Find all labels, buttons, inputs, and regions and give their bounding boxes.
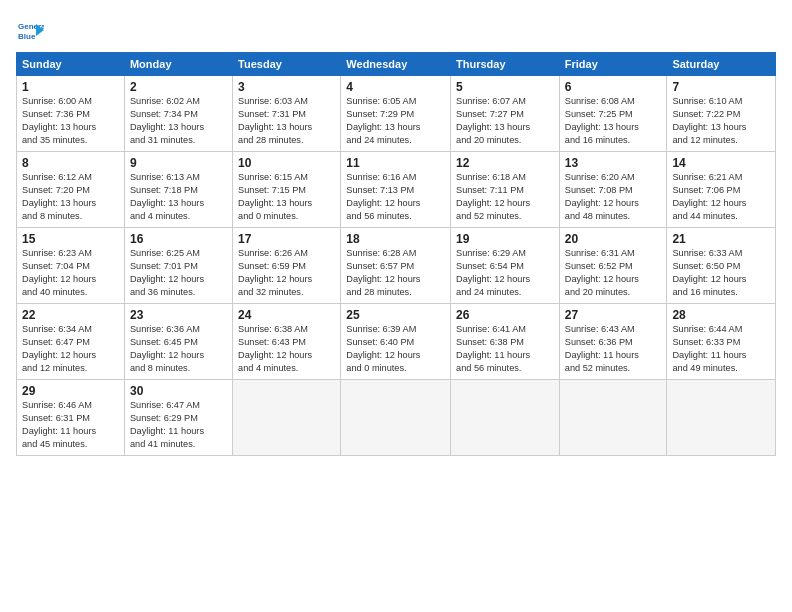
calendar-day-cell: 21Sunrise: 6:33 AM Sunset: 6:50 PM Dayli… (667, 228, 776, 304)
day-info: Sunrise: 6:10 AM Sunset: 7:22 PM Dayligh… (672, 95, 770, 147)
calendar-table: SundayMondayTuesdayWednesdayThursdayFrid… (16, 52, 776, 456)
calendar-day-cell: 26Sunrise: 6:41 AM Sunset: 6:38 PM Dayli… (451, 304, 560, 380)
day-info: Sunrise: 6:41 AM Sunset: 6:38 PM Dayligh… (456, 323, 554, 375)
day-number: 10 (238, 156, 335, 170)
day-number: 20 (565, 232, 662, 246)
day-number: 17 (238, 232, 335, 246)
day-number: 1 (22, 80, 119, 94)
calendar-empty-cell (233, 380, 341, 456)
calendar-week-row: 29Sunrise: 6:46 AM Sunset: 6:31 PM Dayli… (17, 380, 776, 456)
calendar-day-cell: 12Sunrise: 6:18 AM Sunset: 7:11 PM Dayli… (451, 152, 560, 228)
day-info: Sunrise: 6:46 AM Sunset: 6:31 PM Dayligh… (22, 399, 119, 451)
day-number: 22 (22, 308, 119, 322)
day-number: 8 (22, 156, 119, 170)
day-number: 23 (130, 308, 227, 322)
calendar-empty-cell (451, 380, 560, 456)
day-info: Sunrise: 6:05 AM Sunset: 7:29 PM Dayligh… (346, 95, 445, 147)
day-number: 2 (130, 80, 227, 94)
calendar-day-cell: 10Sunrise: 6:15 AM Sunset: 7:15 PM Dayli… (233, 152, 341, 228)
day-number: 3 (238, 80, 335, 94)
day-info: Sunrise: 6:39 AM Sunset: 6:40 PM Dayligh… (346, 323, 445, 375)
day-info: Sunrise: 6:36 AM Sunset: 6:45 PM Dayligh… (130, 323, 227, 375)
day-number: 16 (130, 232, 227, 246)
day-number: 19 (456, 232, 554, 246)
day-info: Sunrise: 6:33 AM Sunset: 6:50 PM Dayligh… (672, 247, 770, 299)
day-number: 18 (346, 232, 445, 246)
day-info: Sunrise: 6:03 AM Sunset: 7:31 PM Dayligh… (238, 95, 335, 147)
calendar-day-cell: 17Sunrise: 6:26 AM Sunset: 6:59 PM Dayli… (233, 228, 341, 304)
day-number: 15 (22, 232, 119, 246)
calendar-header-thursday: Thursday (451, 53, 560, 76)
day-info: Sunrise: 6:15 AM Sunset: 7:15 PM Dayligh… (238, 171, 335, 223)
day-info: Sunrise: 6:13 AM Sunset: 7:18 PM Dayligh… (130, 171, 227, 223)
calendar-day-cell: 5Sunrise: 6:07 AM Sunset: 7:27 PM Daylig… (451, 76, 560, 152)
calendar-day-cell: 27Sunrise: 6:43 AM Sunset: 6:36 PM Dayli… (559, 304, 667, 380)
day-number: 12 (456, 156, 554, 170)
calendar-day-cell: 23Sunrise: 6:36 AM Sunset: 6:45 PM Dayli… (124, 304, 232, 380)
day-info: Sunrise: 6:18 AM Sunset: 7:11 PM Dayligh… (456, 171, 554, 223)
day-number: 28 (672, 308, 770, 322)
calendar-day-cell: 8Sunrise: 6:12 AM Sunset: 7:20 PM Daylig… (17, 152, 125, 228)
day-number: 29 (22, 384, 119, 398)
calendar-empty-cell (341, 380, 451, 456)
day-number: 26 (456, 308, 554, 322)
logo-icon: General Blue (16, 16, 44, 44)
day-info: Sunrise: 6:34 AM Sunset: 6:47 PM Dayligh… (22, 323, 119, 375)
day-info: Sunrise: 6:21 AM Sunset: 7:06 PM Dayligh… (672, 171, 770, 223)
calendar-day-cell: 2Sunrise: 6:02 AM Sunset: 7:34 PM Daylig… (124, 76, 232, 152)
calendar-header-sunday: Sunday (17, 53, 125, 76)
calendar-day-cell: 16Sunrise: 6:25 AM Sunset: 7:01 PM Dayli… (124, 228, 232, 304)
calendar-day-cell: 4Sunrise: 6:05 AM Sunset: 7:29 PM Daylig… (341, 76, 451, 152)
calendar-day-cell: 18Sunrise: 6:28 AM Sunset: 6:57 PM Dayli… (341, 228, 451, 304)
calendar-header-monday: Monday (124, 53, 232, 76)
day-info: Sunrise: 6:00 AM Sunset: 7:36 PM Dayligh… (22, 95, 119, 147)
calendar-day-cell: 20Sunrise: 6:31 AM Sunset: 6:52 PM Dayli… (559, 228, 667, 304)
day-info: Sunrise: 6:47 AM Sunset: 6:29 PM Dayligh… (130, 399, 227, 451)
logo: General Blue (16, 16, 48, 44)
calendar-header-saturday: Saturday (667, 53, 776, 76)
calendar-day-cell: 15Sunrise: 6:23 AM Sunset: 7:04 PM Dayli… (17, 228, 125, 304)
calendar-day-cell: 13Sunrise: 6:20 AM Sunset: 7:08 PM Dayli… (559, 152, 667, 228)
day-info: Sunrise: 6:07 AM Sunset: 7:27 PM Dayligh… (456, 95, 554, 147)
calendar-day-cell: 29Sunrise: 6:46 AM Sunset: 6:31 PM Dayli… (17, 380, 125, 456)
day-number: 7 (672, 80, 770, 94)
header: General Blue (16, 12, 776, 44)
day-number: 24 (238, 308, 335, 322)
day-number: 5 (456, 80, 554, 94)
day-info: Sunrise: 6:26 AM Sunset: 6:59 PM Dayligh… (238, 247, 335, 299)
day-info: Sunrise: 6:43 AM Sunset: 6:36 PM Dayligh… (565, 323, 662, 375)
day-info: Sunrise: 6:12 AM Sunset: 7:20 PM Dayligh… (22, 171, 119, 223)
calendar-day-cell: 14Sunrise: 6:21 AM Sunset: 7:06 PM Dayli… (667, 152, 776, 228)
calendar-day-cell: 24Sunrise: 6:38 AM Sunset: 6:43 PM Dayli… (233, 304, 341, 380)
calendar-day-cell: 1Sunrise: 6:00 AM Sunset: 7:36 PM Daylig… (17, 76, 125, 152)
calendar-header-friday: Friday (559, 53, 667, 76)
day-number: 14 (672, 156, 770, 170)
day-info: Sunrise: 6:31 AM Sunset: 6:52 PM Dayligh… (565, 247, 662, 299)
calendar-week-row: 15Sunrise: 6:23 AM Sunset: 7:04 PM Dayli… (17, 228, 776, 304)
calendar-day-cell: 19Sunrise: 6:29 AM Sunset: 6:54 PM Dayli… (451, 228, 560, 304)
calendar-week-row: 1Sunrise: 6:00 AM Sunset: 7:36 PM Daylig… (17, 76, 776, 152)
day-number: 4 (346, 80, 445, 94)
calendar-empty-cell (559, 380, 667, 456)
svg-text:Blue: Blue (18, 32, 36, 41)
calendar-empty-cell (667, 380, 776, 456)
day-info: Sunrise: 6:28 AM Sunset: 6:57 PM Dayligh… (346, 247, 445, 299)
day-number: 21 (672, 232, 770, 246)
calendar-day-cell: 30Sunrise: 6:47 AM Sunset: 6:29 PM Dayli… (124, 380, 232, 456)
day-info: Sunrise: 6:38 AM Sunset: 6:43 PM Dayligh… (238, 323, 335, 375)
calendar-day-cell: 9Sunrise: 6:13 AM Sunset: 7:18 PM Daylig… (124, 152, 232, 228)
calendar-week-row: 8Sunrise: 6:12 AM Sunset: 7:20 PM Daylig… (17, 152, 776, 228)
day-info: Sunrise: 6:44 AM Sunset: 6:33 PM Dayligh… (672, 323, 770, 375)
day-info: Sunrise: 6:16 AM Sunset: 7:13 PM Dayligh… (346, 171, 445, 223)
day-info: Sunrise: 6:29 AM Sunset: 6:54 PM Dayligh… (456, 247, 554, 299)
calendar-day-cell: 3Sunrise: 6:03 AM Sunset: 7:31 PM Daylig… (233, 76, 341, 152)
day-info: Sunrise: 6:02 AM Sunset: 7:34 PM Dayligh… (130, 95, 227, 147)
calendar-day-cell: 28Sunrise: 6:44 AM Sunset: 6:33 PM Dayli… (667, 304, 776, 380)
calendar-day-cell: 11Sunrise: 6:16 AM Sunset: 7:13 PM Dayli… (341, 152, 451, 228)
day-number: 27 (565, 308, 662, 322)
day-info: Sunrise: 6:25 AM Sunset: 7:01 PM Dayligh… (130, 247, 227, 299)
page: General Blue SundayMondayTuesdayWednesda… (0, 0, 792, 612)
calendar-header-wednesday: Wednesday (341, 53, 451, 76)
day-number: 25 (346, 308, 445, 322)
day-info: Sunrise: 6:08 AM Sunset: 7:25 PM Dayligh… (565, 95, 662, 147)
